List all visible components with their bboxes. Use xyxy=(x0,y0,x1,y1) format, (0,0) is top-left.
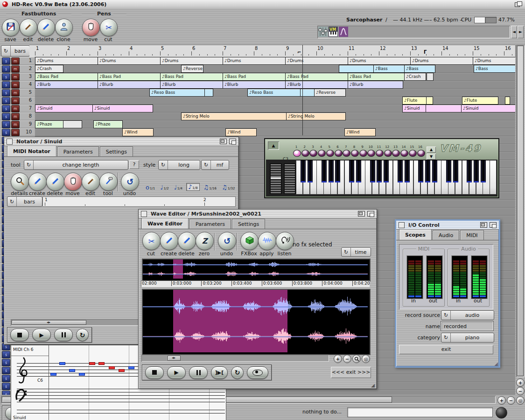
midi-note[interactable] xyxy=(69,369,75,372)
piano-key-black[interactable] xyxy=(335,160,340,182)
track-lane[interactable]: ♪Wind♪Wind♪Wind xyxy=(35,128,515,136)
exit-button[interactable]: exit xyxy=(399,345,493,354)
clip[interactable]: ♪Drums xyxy=(285,57,349,65)
exit-button[interactable]: <<< exit >>> xyxy=(331,367,371,378)
io-control-title-bar[interactable]: I/O Control xyxy=(396,221,499,230)
listen-button[interactable] xyxy=(276,232,294,250)
clip[interactable] xyxy=(204,89,213,97)
mixer-icon[interactable] xyxy=(318,27,328,37)
piano-key-black[interactable] xyxy=(349,160,354,182)
channel-led-4[interactable] xyxy=(318,150,326,157)
tab-parameters[interactable]: Parameters xyxy=(57,147,99,156)
clip[interactable]: ♪Crash xyxy=(35,65,63,73)
tab-settings[interactable]: Settings xyxy=(232,219,265,229)
clip[interactable]: ♪Phaze xyxy=(93,120,123,128)
clip[interactable]: ♪Wind xyxy=(344,128,376,136)
keyboard-icon[interactable]: VM xyxy=(329,27,338,37)
duration-1-4[interactable]: ♩1/4 xyxy=(173,184,184,191)
clip[interactable]: ♪Bass Pad xyxy=(98,73,161,81)
resize-grip-icon[interactable]: ◢ xyxy=(371,383,375,388)
scroll-left-arrow-icon[interactable]: ◄ xyxy=(511,26,517,38)
clip[interactable]: ♪Drums xyxy=(473,57,515,65)
solo-button[interactable]: s xyxy=(2,105,10,112)
zoom-gadget-icon[interactable] xyxy=(358,211,365,217)
piano-key-white[interactable] xyxy=(490,160,497,195)
create-button[interactable] xyxy=(160,232,178,250)
channel-led-11[interactable] xyxy=(376,150,384,157)
piano-key-black[interactable] xyxy=(329,160,334,182)
stop-button[interactable] xyxy=(145,366,164,379)
clip[interactable]: ♪Reverse xyxy=(181,65,203,73)
save-button[interactable] xyxy=(2,19,20,36)
clip[interactable] xyxy=(427,73,434,81)
wave-editor-title-bar[interactable]: Wave Editor / MrSunshine2002_w0021 xyxy=(139,210,377,218)
delete-button[interactable] xyxy=(46,173,64,191)
category-cycle[interactable]: ↻ piano xyxy=(441,333,494,343)
style-cycle[interactable]: ↻ long xyxy=(158,160,200,170)
midi-note[interactable] xyxy=(98,362,105,365)
hzoom-in-plus-icon[interactable]: + xyxy=(497,396,506,405)
zero-button[interactable]: Z xyxy=(196,232,214,250)
piano-key-black[interactable] xyxy=(405,160,410,182)
hzoom-reset-icon[interactable]: ◎ xyxy=(516,396,525,405)
loop-marker-icon[interactable]: ⌐ xyxy=(297,49,301,55)
arrangement-mode-cycle[interactable]: ↻ bars xyxy=(1,45,30,56)
clip[interactable]: ♪Sinuid xyxy=(92,105,153,112)
clone-button[interactable] xyxy=(55,19,73,36)
pause-button[interactable] xyxy=(189,366,208,379)
clip[interactable]: ♪Drums xyxy=(348,57,412,65)
solo-button[interactable]: s xyxy=(2,57,10,65)
vertical-scrollbar[interactable] xyxy=(516,45,525,377)
cut-button[interactable]: ✂ xyxy=(142,232,161,250)
waveform-main[interactable] xyxy=(142,289,371,355)
close-icon[interactable] xyxy=(399,222,405,228)
tool-cycle[interactable]: ↻ change length xyxy=(24,160,128,170)
apply-button[interactable] xyxy=(258,232,276,250)
target-icon[interactable]: ◎ xyxy=(362,355,370,363)
FXBox-button[interactable] xyxy=(240,232,259,250)
channel-led-16[interactable] xyxy=(417,150,425,157)
playhead[interactable] xyxy=(302,45,303,135)
clip[interactable]: ♪Flute xyxy=(402,97,427,105)
channel-led-6[interactable] xyxy=(335,150,343,157)
depth-gadget-icon[interactable] xyxy=(490,222,497,228)
midi-note[interactable] xyxy=(109,366,115,369)
tab-audio[interactable]: Audio xyxy=(433,230,459,240)
tab-wave-editor[interactable]: Wave Editor xyxy=(141,218,189,229)
track-lane[interactable]: ♪String Melo♪String Melo xyxy=(35,112,515,120)
track-lane[interactable]: ♪Phaze♪Phaze xyxy=(35,120,515,128)
stop-button[interactable] xyxy=(10,329,29,341)
undo-button[interactable]: ↺ xyxy=(218,232,236,250)
delete-button[interactable] xyxy=(37,19,55,36)
track-lane[interactable]: ♪Crash♪Reverse♪Bass♪Bass♪Bass xyxy=(35,65,515,73)
piano-key-black[interactable] xyxy=(322,160,327,182)
duration-1-1[interactable]: o1/1 xyxy=(144,184,156,191)
resize-grip-icon[interactable]: ◢ xyxy=(494,361,498,366)
clip[interactable]: ♪Drums xyxy=(410,57,474,65)
scroll-down-minus-icon[interactable]: − xyxy=(516,387,525,395)
play-button[interactable]: ▶ xyxy=(32,329,51,341)
create-button[interactable] xyxy=(28,173,47,191)
clip[interactable] xyxy=(426,97,433,105)
solo-button[interactable]: s xyxy=(2,81,10,89)
waveform-overview[interactable] xyxy=(142,259,371,281)
clip[interactable]: ♪Bass Pad xyxy=(348,73,406,81)
tab-parameters[interactable]: Parameters xyxy=(189,219,231,229)
song-icon[interactable] xyxy=(339,27,349,37)
depth-gadget-icon[interactable] xyxy=(229,139,236,144)
move-button[interactable] xyxy=(64,173,82,191)
clip[interactable]: ♪Crash xyxy=(404,73,426,81)
piano-key-black[interactable] xyxy=(370,160,375,182)
channel-led-1[interactable] xyxy=(293,150,301,157)
record-source-cycle[interactable]: ↻ audio xyxy=(441,310,494,320)
duration-1-32[interactable]: ♫1/32 xyxy=(220,184,236,191)
clip[interactable]: ♪Wind xyxy=(122,128,154,136)
piano-key-black[interactable] xyxy=(432,160,437,182)
solo-button[interactable]: s xyxy=(2,121,10,128)
duration-1-2[interactable]: ♩1/2 xyxy=(159,184,170,191)
activity-led[interactable] xyxy=(496,407,507,419)
tool-button[interactable] xyxy=(99,173,118,191)
channel-led-14[interactable] xyxy=(400,150,408,157)
clip[interactable]: ♪Blurb xyxy=(35,81,99,89)
wave-scrollbar[interactable]: ◂▸ xyxy=(141,355,329,362)
